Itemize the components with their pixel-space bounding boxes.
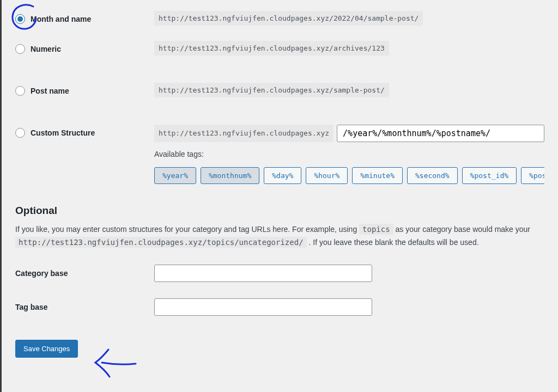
example-url: http://test123.ngfviujfen.cloudpages.xyz… <box>154 11 423 26</box>
category-base-input[interactable] <box>154 265 372 282</box>
tag-base-label: Tag base <box>15 303 154 311</box>
permalink-option-custom: Custom Structure http://test123.ngfviujf… <box>15 125 544 184</box>
option-text: Month and name <box>31 15 91 23</box>
option-text: Numeric <box>31 45 61 53</box>
permalink-option-numeric: Numeric http://test123.ngfviujfen.cloudp… <box>15 41 544 56</box>
radio-icon[interactable] <box>15 14 25 24</box>
radio-icon[interactable] <box>15 44 25 54</box>
tag-base-row: Tag base <box>15 298 544 316</box>
option-label[interactable]: Custom Structure <box>15 125 154 138</box>
structure-tag-button[interactable]: %post_id% <box>462 167 517 184</box>
custom-prefix-url: http://test123.ngfviujfen.cloudpages.xyz <box>154 125 333 142</box>
tag-base-input[interactable] <box>154 298 372 316</box>
permalink-option-month-name: Month and name http://test123.ngfviujfen… <box>15 11 544 26</box>
example-url: http://test123.ngfviujfen.cloudpages.xyz… <box>154 83 389 97</box>
option-text: Post name <box>31 87 69 95</box>
example-url: http://test123.ngfviujfen.cloudpages.xyz… <box>154 41 389 56</box>
structure-tag-button[interactable]: %hour% <box>306 167 348 184</box>
category-base-label: Category base <box>15 269 154 278</box>
option-text: Custom Structure <box>31 128 95 137</box>
radio-icon[interactable] <box>15 86 25 96</box>
inline-code: topics <box>359 224 393 235</box>
optional-description: If you like, you may enter custom struct… <box>15 223 544 249</box>
category-base-row: Category base <box>15 265 544 282</box>
structure-tag-button[interactable]: %day% <box>264 167 301 184</box>
structure-tag-button[interactable]: %monthnum% <box>201 167 259 184</box>
structure-tag-button[interactable]: %year% <box>154 167 196 184</box>
custom-structure-input[interactable] <box>337 125 544 142</box>
inline-code: http://test123.ngfviujfen.cloudpages.xyz… <box>15 237 307 248</box>
structure-tag-button[interactable]: %minute% <box>352 167 403 184</box>
available-tags-label: Available tags: <box>154 150 544 158</box>
radio-icon[interactable] <box>15 128 25 138</box>
structure-tag-button[interactable]: %postname% <box>521 167 544 184</box>
option-label[interactable]: Numeric <box>15 41 154 54</box>
permalink-option-post-name: Post name http://test123.ngfviujfen.clou… <box>15 83 544 97</box>
option-label[interactable]: Post name <box>15 83 154 96</box>
option-label[interactable]: Month and name <box>15 11 154 24</box>
optional-heading: Optional <box>15 205 544 217</box>
structure-tag-button[interactable]: %second% <box>407 167 458 184</box>
save-button[interactable]: Save Changes <box>15 340 78 358</box>
